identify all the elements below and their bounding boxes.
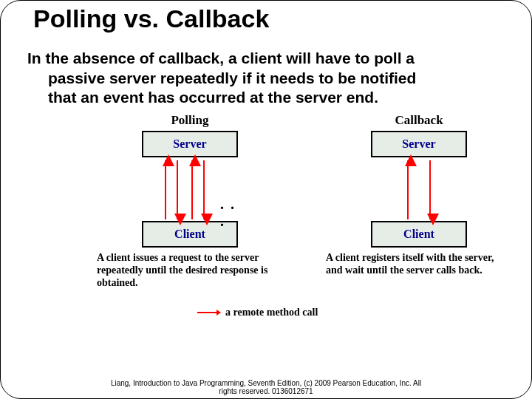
polling-arrows: . . . bbox=[142, 157, 238, 221]
callback-column: Callback Server Client A client register… bbox=[316, 113, 522, 277]
footer-citation: Liang, Introduction to Java Programming,… bbox=[1, 379, 531, 395]
legend: a remote method call bbox=[196, 307, 318, 318]
callback-arrows bbox=[371, 157, 467, 221]
callback-server-box: Server bbox=[371, 131, 467, 157]
body-line-1: In the absence of callback, a client wil… bbox=[27, 50, 415, 66]
legend-text: a remote method call bbox=[225, 307, 318, 318]
slide: Polling vs. Callback In the absence of c… bbox=[0, 0, 532, 399]
body-line-2: passive server repeatedly if it needs to… bbox=[27, 69, 505, 88]
polling-server-box: Server bbox=[142, 131, 238, 157]
polling-heading: Polling bbox=[86, 113, 293, 128]
callback-caption: A client registers itself with the serve… bbox=[326, 252, 512, 277]
callback-client-box: Client bbox=[371, 221, 467, 248]
callback-arrows-svg bbox=[371, 157, 467, 221]
body-line-3: that an event has occurred at the server… bbox=[27, 88, 505, 107]
slide-title: Polling vs. Callback bbox=[33, 5, 505, 33]
ellipsis-icon: . . . bbox=[220, 196, 238, 230]
body-text: In the absence of callback, a client wil… bbox=[27, 49, 505, 107]
polling-column: Polling Server bbox=[86, 113, 293, 289]
legend-arrow-icon bbox=[196, 308, 221, 317]
polling-caption: A client issues a request to the server … bbox=[97, 252, 283, 289]
diagram-area: Polling Server bbox=[27, 113, 505, 327]
callback-heading: Callback bbox=[316, 113, 522, 128]
